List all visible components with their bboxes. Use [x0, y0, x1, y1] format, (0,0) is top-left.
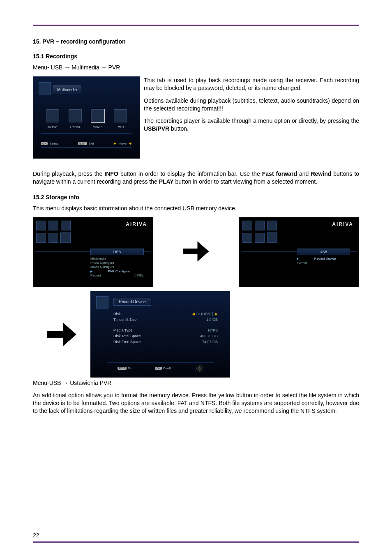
multimedia-screenshot: Multimedia Music Photo Movie PVR: [33, 76, 140, 159]
list-item: Record Device: [297, 257, 350, 261]
settings-icon: [39, 82, 51, 94]
rd-row: Disk Total Space 465.76 GB: [113, 334, 218, 338]
pvr-icon: PVR: [114, 109, 127, 129]
menu-path-text: Menu- USB → Multimedia → PVR: [33, 64, 359, 71]
list-item: Photo Configure: [90, 261, 144, 265]
multimedia-title-bar: Multimedia: [53, 85, 81, 94]
exit-hint: EXITExit: [78, 142, 94, 145]
movie-icon: Movie: [91, 109, 104, 129]
subsection-15-2-heading: 15.2 Storage info: [33, 194, 359, 200]
confirm-hint: OKConfirm: [155, 366, 174, 370]
subsection-15-1-heading: 15.1 Recordings: [33, 53, 359, 60]
list-item: Record1 PIDs: [90, 274, 144, 278]
usb-menu-screenshot-2: AIRIVA USB Record Device Format: [239, 217, 359, 287]
music-label: Music: [48, 125, 58, 129]
music-icon: Music: [46, 109, 59, 129]
usb-menu-icon: [267, 233, 277, 243]
menu-icon: [36, 221, 46, 230]
top-rule: [33, 25, 359, 26]
menu-icon: [255, 233, 265, 243]
menu-icon: [48, 233, 58, 243]
usb-panel: USB Multimedia Photo Configure Movie Con…: [90, 249, 144, 278]
round-icon: [196, 365, 203, 372]
settings-icon: [96, 296, 108, 309]
list-item: Movie Configure: [90, 265, 144, 269]
disk-select: ◀ C: (USB1) ▶: [192, 312, 218, 316]
movie-label: Movie: [92, 125, 102, 129]
exit-hint: EXITExit: [118, 366, 133, 370]
record-device-title: Record Device: [113, 298, 151, 306]
bottom-rule: [33, 541, 359, 543]
rd-row: Timeshift Size 1.0 GB: [113, 318, 218, 322]
select-hint: OKSelect: [41, 142, 58, 145]
menu-icon: [61, 221, 71, 230]
menu-icon: [48, 221, 58, 230]
usb-menu-screenshot-1: AIRIVA USB Multimedia Photo Configure Mo…: [33, 217, 153, 287]
section-heading: 15. PVR – recording configuration: [33, 38, 359, 45]
menu-icon: [242, 221, 252, 230]
rd-row: Disk ◀ C: (USB1) ▶: [113, 312, 218, 316]
arrow-right-icon: [182, 237, 210, 267]
multimedia-footer: OKSelect EXITExit Move: [41, 142, 131, 148]
menu-icon: [267, 221, 277, 230]
arrow-right-icon: [33, 318, 90, 351]
usb-menu-icon: [61, 233, 71, 243]
rd-row: Media Type NTFS: [113, 328, 218, 332]
usb-panel: USB Record Device Format: [297, 249, 350, 265]
usb-panel-title: USB: [297, 249, 350, 255]
list-item: PVR Configure: [90, 269, 144, 274]
rd-row: Disk Free Space 74.97 GB: [113, 340, 218, 344]
multimedia-icons-row: Music Photo Movie PVR: [41, 109, 131, 134]
paragraph-4: During playback, press the INFO button i…: [33, 170, 359, 186]
pvr-label: PVR: [116, 125, 124, 129]
paragraph-6: An additional option allows you to forma…: [33, 391, 359, 415]
photo-label: Photo: [70, 125, 80, 129]
record-device-screenshot: Record Device Disk ◀ C: (USB1) ▶ Timeshi…: [90, 291, 230, 378]
ariva-logo: AIRIVA: [126, 221, 147, 227]
menu-icon: [36, 233, 46, 243]
move-hint: Move: [113, 142, 131, 145]
usb-panel-title: USB: [90, 249, 144, 255]
menu-icon: [255, 221, 265, 230]
list-item: Format: [297, 261, 350, 265]
page-number: 22: [33, 532, 39, 539]
paragraph-5: This menu displays basic information abo…: [33, 205, 359, 212]
menu-path-2: Menu-USB → Ustawienia PVR: [33, 379, 359, 387]
menu-icon: [242, 233, 252, 243]
list-item: Multimedia: [90, 257, 144, 261]
ariva-logo: AIRIVA: [332, 221, 353, 227]
photo-icon: Photo: [69, 109, 82, 129]
